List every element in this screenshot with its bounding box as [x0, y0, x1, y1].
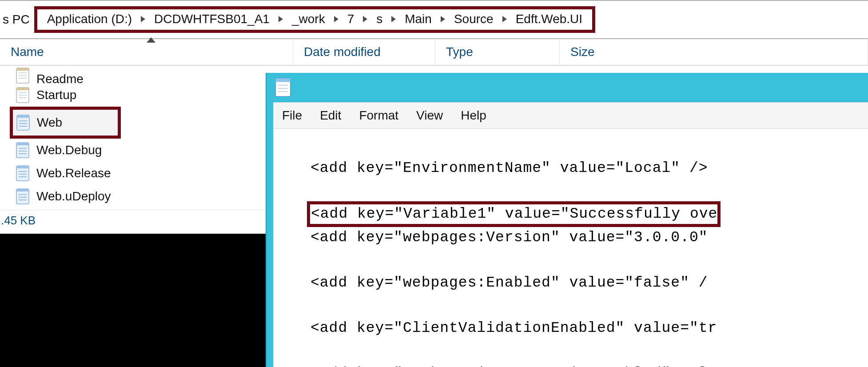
notepad-text-area[interactable]: <add key="EnvironmentName" value="Local"…	[273, 129, 868, 367]
breadcrumb-path[interactable]: Application (D:) DCDWHTFSB01_A1 _work 7 …	[34, 6, 595, 33]
menu-format[interactable]: Format	[356, 108, 401, 124]
text-file-icon	[16, 87, 29, 103]
notepad-icon	[275, 78, 291, 97]
column-header-type[interactable]: Type	[435, 39, 560, 65]
config-file-icon	[16, 165, 29, 181]
column-header-name[interactable]: Name	[0, 39, 293, 65]
chevron-right-icon	[334, 16, 338, 22]
breadcrumb-item[interactable]: DCDWHTFSB01_A1	[152, 12, 271, 26]
file-name: Web.Release	[36, 166, 111, 180]
menu-view[interactable]: View	[414, 108, 446, 124]
notepad-window[interactable]: File Edit Format View Help <add key="Env…	[266, 73, 868, 367]
config-file-icon	[16, 142, 29, 158]
svg-rect-6	[16, 88, 29, 90]
list-item-selected[interactable]: Web	[10, 107, 121, 139]
status-bar-size: .45 KB	[0, 210, 266, 231]
file-name: Web.Debug	[36, 143, 102, 157]
notepad-titlebar[interactable]	[267, 73, 868, 102]
svg-rect-21	[16, 166, 29, 168]
file-name: Web	[37, 116, 62, 130]
config-file-icon	[16, 188, 29, 204]
file-name: Web.uDeploy	[36, 189, 111, 203]
code-line: <add key="webpages:Enabled" value="false…	[273, 271, 868, 294]
chevron-right-icon	[441, 16, 445, 22]
svg-rect-26	[16, 189, 29, 191]
svg-rect-31	[275, 78, 291, 82]
svg-rect-11	[17, 115, 29, 118]
breadcrumb-item[interactable]: 7	[346, 12, 356, 26]
breadcrumb-item[interactable]: _work	[290, 12, 327, 26]
breadcrumb-item[interactable]: Application (D:)	[45, 12, 134, 26]
code-line: <add key="UnobtrusiveJavaScriptEnabled" …	[273, 362, 868, 367]
breadcrumb-item[interactable]: Edft.Web.UI	[514, 12, 584, 26]
chevron-right-icon	[141, 16, 145, 22]
column-headers: Name Date modified Type Size	[0, 39, 868, 66]
text-file-icon	[16, 68, 29, 84]
sort-ascending-icon	[147, 37, 155, 43]
breadcrumb-prefix: s PC	[3, 12, 30, 27]
code-line: <add key="webpages:Version" value="3.0.0…	[273, 226, 868, 249]
code-line: <add key="ClientValidationEnabled" value…	[273, 317, 868, 339]
config-file-icon	[16, 115, 30, 131]
code-line-highlighted: <add key="Variable1" value="Successfully…	[307, 201, 721, 227]
code-line: <add key="EnvironmentName" value="Local"…	[273, 157, 868, 180]
breadcrumb-item[interactable]: s	[374, 12, 384, 26]
svg-rect-1	[16, 68, 29, 71]
file-name: Readme	[36, 75, 84, 84]
breadcrumb-item[interactable]: Source	[452, 12, 495, 26]
column-header-size[interactable]: Size	[560, 39, 868, 65]
notepad-menubar: File Edit Format View Help	[273, 102, 868, 129]
menu-edit[interactable]: Edit	[317, 108, 344, 124]
chevron-right-icon	[363, 16, 367, 22]
chevron-right-icon	[279, 16, 283, 22]
column-header-date[interactable]: Date modified	[293, 39, 435, 65]
address-bar[interactable]: s PC Application (D:) DCDWHTFSB01_A1 _wo…	[0, 0, 868, 39]
file-name: Startup	[36, 88, 76, 102]
svg-rect-16	[16, 143, 29, 145]
menu-file[interactable]: File	[279, 108, 305, 124]
chevron-right-icon	[391, 16, 396, 22]
console-area	[0, 234, 266, 367]
chevron-right-icon	[502, 16, 507, 22]
menu-help[interactable]: Help	[458, 108, 489, 124]
breadcrumb-item[interactable]: Main	[403, 12, 434, 26]
